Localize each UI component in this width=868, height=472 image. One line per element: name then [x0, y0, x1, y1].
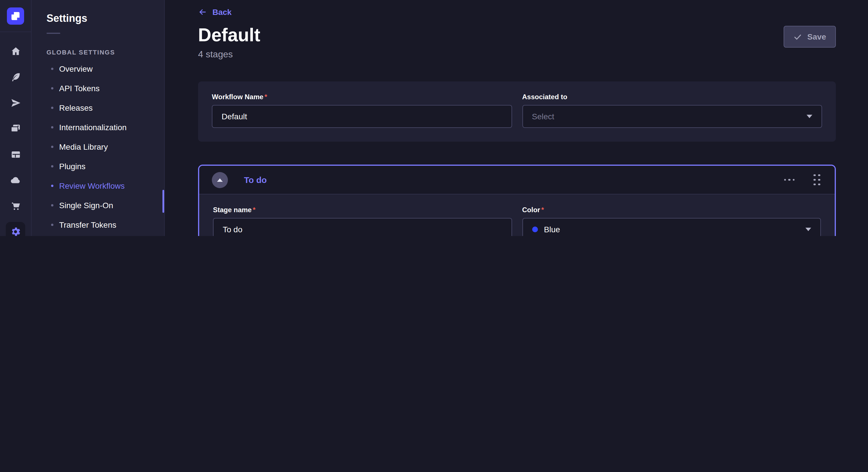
- color-field-group: Color* Blue: [522, 206, 821, 236]
- sidebar-item-releases[interactable]: Releases: [32, 98, 164, 117]
- save-label: Save: [807, 32, 826, 41]
- sidebar-item-transfer-tokens[interactable]: Transfer Tokens: [32, 215, 164, 235]
- strapi-logo[interactable]: [7, 7, 24, 25]
- main-content: Back Default 4 stages Save Workflow Name…: [165, 0, 868, 236]
- sidebar-item-overview[interactable]: Overview: [32, 59, 164, 78]
- sidebar-item-api-tokens[interactable]: API Tokens: [32, 78, 164, 98]
- bullet-icon: [51, 68, 53, 70]
- color-label-text: Color: [522, 206, 540, 214]
- save-button[interactable]: Save: [784, 26, 836, 47]
- page-title: Default: [198, 25, 260, 45]
- bullet-icon: [51, 87, 53, 90]
- content-manager-icon[interactable]: [6, 67, 25, 87]
- stage-body-to-do: Stage name* Color* Blue: [199, 194, 835, 236]
- stage-title: To do: [244, 175, 267, 185]
- arrow-left-icon: [198, 7, 207, 16]
- bullet-icon: [51, 224, 53, 226]
- sidebar-item-label: Transfer Tokens: [59, 220, 116, 229]
- bullet-icon: [51, 126, 53, 129]
- required-asterisk: *: [265, 93, 267, 101]
- page-header: Default 4 stages Save: [198, 25, 836, 60]
- sidebar-item-plugins[interactable]: Plugins: [32, 157, 164, 176]
- sidebar-item-review-workflows[interactable]: Review Workflows: [32, 176, 164, 196]
- strapi-logo-mark: [11, 12, 20, 20]
- bullet-icon: [51, 204, 53, 206]
- bullet-icon: [51, 107, 53, 109]
- associated-to-field-group: Associated to Select: [522, 93, 822, 128]
- sidebar-item-label: Single Sign-On: [59, 201, 113, 210]
- content-type-builder-icon[interactable]: [6, 144, 25, 164]
- rail-divider: [0, 32, 31, 32]
- sidebar-item-label: Releases: [59, 103, 93, 112]
- stage-name-field-group: Stage name*: [213, 206, 512, 236]
- stages-list: To do Stage name*: [198, 165, 836, 236]
- global-settings-list: Overview API Tokens Releases Internation…: [32, 59, 164, 236]
- stage-count-subtitle: 4 stages: [198, 49, 260, 60]
- stage-options-icon[interactable]: [782, 177, 797, 183]
- releases-icon[interactable]: [6, 93, 25, 112]
- drag-handle-icon[interactable]: [812, 172, 822, 187]
- workflow-form-card: Workflow Name* Associated to Select: [198, 81, 836, 142]
- workflow-name-input[interactable]: [212, 105, 512, 128]
- stage-name-label: Stage name*: [213, 206, 512, 214]
- stage-card-to-do: To do Stage name*: [198, 165, 836, 236]
- media-library-icon[interactable]: [6, 119, 25, 138]
- associated-to-placeholder: Select: [532, 112, 554, 121]
- chevron-down-icon: [807, 115, 812, 118]
- chevron-down-icon: [805, 228, 811, 231]
- sidebar-item-label: Overview: [59, 64, 93, 73]
- sidebar-item-label: Internationalization: [59, 123, 127, 132]
- blue-color-dot-icon: [532, 227, 538, 232]
- associated-to-select[interactable]: Select: [522, 105, 822, 128]
- section-header-global-settings: GLOBAL SETTINGS: [46, 49, 155, 56]
- settings-gear-icon[interactable]: [6, 222, 25, 236]
- associated-to-label-text: Associated to: [522, 93, 567, 101]
- sidebar-item-label: Review Workflows: [59, 181, 125, 191]
- color-select[interactable]: Blue: [522, 218, 821, 236]
- bullet-icon: [51, 165, 53, 167]
- workflow-name-label-text: Workflow Name: [212, 93, 264, 101]
- sidebar-item-internationalization[interactable]: Internationalization: [32, 117, 164, 137]
- workflow-name-label: Workflow Name*: [212, 93, 512, 101]
- bullet-icon: [51, 185, 53, 187]
- app-window: KD Settings GLOBAL SETTINGS Overview API…: [0, 0, 868, 236]
- back-link[interactable]: Back: [198, 7, 231, 16]
- sidebar-item-label: API Tokens: [59, 84, 100, 93]
- nav-rail: KD: [0, 0, 32, 236]
- triangle-up-icon: [217, 178, 223, 181]
- color-label: Color*: [522, 206, 821, 214]
- sidebar-item-webhooks[interactable]: Webhooks: [32, 235, 164, 236]
- required-asterisk: *: [541, 206, 544, 214]
- bullet-icon: [51, 146, 53, 148]
- collapse-toggle-icon[interactable]: [212, 172, 228, 188]
- check-icon: [794, 32, 802, 41]
- settings-sidebar: Settings GLOBAL SETTINGS Overview API To…: [32, 0, 165, 236]
- sidebar-item-single-sign-on[interactable]: Single Sign-On: [32, 196, 164, 215]
- stage-name-input[interactable]: [213, 218, 512, 236]
- associated-to-label: Associated to: [522, 93, 822, 101]
- sidebar-item-media-library[interactable]: Media Library: [32, 137, 164, 157]
- stage-actions: [782, 172, 822, 187]
- deploy-cloud-icon[interactable]: [6, 170, 25, 190]
- sidebar-scrollbar-thumb[interactable]: [162, 190, 164, 213]
- sidebar-title: Settings: [46, 12, 164, 25]
- back-label: Back: [212, 7, 231, 16]
- color-select-value: Blue: [544, 225, 560, 234]
- home-icon[interactable]: [6, 41, 25, 61]
- marketplace-cart-icon[interactable]: [6, 196, 25, 216]
- workflow-name-field-group: Workflow Name*: [212, 93, 512, 128]
- sidebar-item-label: Plugins: [59, 162, 86, 171]
- required-asterisk: *: [253, 206, 255, 214]
- sidebar-item-label: Media Library: [59, 142, 108, 151]
- stage-name-label-text: Stage name: [213, 206, 252, 214]
- sidebar-title-underline: [46, 33, 60, 34]
- stage-header-to-do[interactable]: To do: [199, 166, 835, 194]
